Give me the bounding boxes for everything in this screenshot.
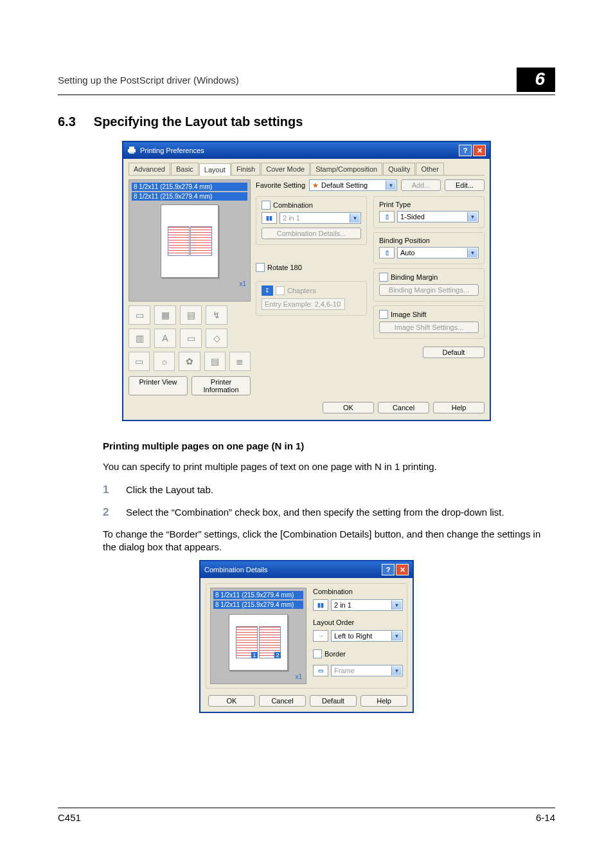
chapters-entry[interactable]: Entry Example: 2,4,6-10	[262, 298, 345, 310]
layout-order-select[interactable]: Left to Right ▼	[331, 630, 403, 642]
cancel-button[interactable]: Cancel	[259, 695, 306, 707]
tab-layout[interactable]: Layout	[199, 163, 231, 176]
preview-size-bottom: 8 1/2x11 (215.9x279.4 mm)	[213, 601, 303, 609]
help-icon[interactable]: ?	[382, 564, 395, 575]
favorite-edit-button[interactable]: Edit...	[445, 179, 484, 191]
chapter-number: 6	[517, 68, 555, 92]
binding-position-select[interactable]: Auto ▼	[397, 247, 479, 258]
print-type-group: Print Type ▯ 1-Sided ▼	[373, 196, 484, 228]
tab-finish[interactable]: Finish	[231, 163, 260, 175]
combination-details-button[interactable]: Combination Details...	[262, 228, 361, 239]
step-text-2: Select the “Combination” check box, and …	[126, 506, 555, 519]
tab-other[interactable]: Other	[416, 163, 444, 175]
chevron-down-icon: ▼	[391, 631, 402, 640]
layout-icon-7[interactable]: ▭	[180, 329, 202, 348]
layout-icon-5[interactable]: ▥	[129, 329, 150, 348]
tab-advanced[interactable]: Advanced	[129, 163, 170, 175]
print-type-value: 1-Sided	[400, 213, 425, 221]
chevron-down-icon: ▼	[391, 601, 402, 610]
binding-margin-settings-button[interactable]: Binding Margin Settings...	[379, 284, 479, 296]
chevron-down-icon: ▼	[350, 213, 360, 222]
combination-label: Combination	[313, 588, 403, 595]
help-icon[interactable]: ?	[459, 145, 472, 156]
favorite-setting-select[interactable]: ★ Default Setting ▼	[309, 179, 397, 191]
combination-select[interactable]: 2 in 1 ▼	[280, 212, 361, 224]
step-text-1: Click the Layout tab.	[126, 484, 555, 496]
help-button[interactable]: Help	[360, 695, 407, 707]
one-sided-icon: ▯	[379, 211, 395, 222]
layout-icon-2[interactable]: ▦	[154, 305, 176, 325]
layout-icon-4[interactable]: ↯	[206, 305, 227, 325]
layout-icon-11[interactable]: ✿	[179, 352, 200, 371]
close-icon[interactable]: ✕	[396, 564, 409, 575]
subsection-title: Printing multiple pages on one page (N i…	[103, 440, 555, 451]
layout-order-value: Left to Right	[334, 632, 372, 640]
dialog-title: Combination Details	[204, 566, 267, 574]
printer-information-button[interactable]: Printer Information	[191, 376, 251, 395]
intro-paragraph: You can specify to print multiple pages …	[103, 460, 555, 473]
combination-details-dialog: Combination Details ? ✕ 8 1/2x11 (215.9x…	[199, 560, 414, 713]
rotate-label: Rotate 180	[267, 264, 302, 271]
footer-page: 6-14	[536, 812, 555, 823]
step-number-2: 2	[103, 506, 113, 519]
combination-label: Combination	[273, 201, 313, 209]
image-shift-settings-button[interactable]: Image Shift Settings...	[379, 321, 479, 333]
dialog-titlebar: Printing Preferences ? ✕	[123, 142, 490, 159]
page-preview: 8 1/2x11 (215.9x279.4 mm) 8 1/2x11 (215.…	[129, 179, 251, 302]
frame-select[interactable]: Frame ▼	[331, 665, 403, 676]
favorite-setting-value: Default Setting	[321, 181, 368, 189]
chapters-checkbox[interactable]	[276, 286, 285, 295]
close-icon[interactable]: ✕	[473, 145, 486, 156]
border-checkbox[interactable]	[313, 649, 322, 658]
chapter-icon: ↧	[262, 285, 273, 296]
tab-basic[interactable]: Basic	[171, 163, 199, 175]
combination-select-value: 2 in 1	[334, 601, 351, 609]
two-in-one-icon: ▮▮	[262, 212, 277, 224]
binding-position-value: Auto	[400, 249, 415, 257]
layout-icon-6[interactable]: A	[154, 329, 176, 348]
layout-icon-8[interactable]: ◇	[206, 329, 227, 348]
favorite-add-button[interactable]: Add...	[401, 179, 441, 191]
chevron-down-icon: ▼	[467, 212, 477, 221]
cancel-button[interactable]: Cancel	[378, 402, 429, 413]
combination-select[interactable]: 2 in 1 ▼	[331, 599, 403, 611]
binding-margin-group: Binding Margin Binding Margin Settings..…	[373, 268, 484, 302]
chevron-down-icon: ▼	[386, 181, 396, 190]
chapters-group: ↧ Chapters Entry Example: 2,4,6-10	[256, 281, 367, 316]
image-shift-checkbox[interactable]	[379, 310, 388, 319]
tab-stamp[interactable]: Stamp/Composition	[310, 163, 382, 175]
ok-button[interactable]: OK	[208, 695, 255, 707]
rotate-checkbox[interactable]	[256, 263, 265, 272]
layout-icon-12[interactable]: ▤	[204, 352, 226, 371]
combination-checkbox[interactable]	[262, 201, 271, 210]
chapters-label: Chapters	[287, 287, 316, 294]
running-head: Setting up the PostScript driver (Window…	[58, 75, 239, 86]
binding-margin-checkbox[interactable]	[379, 273, 388, 282]
default-button[interactable]: Default	[423, 347, 484, 358]
dialog-title: Printing Preferences	[140, 147, 204, 154]
ok-button[interactable]: OK	[323, 402, 374, 413]
printing-preferences-dialog: Printing Preferences ? ✕ Advanced Basic …	[122, 141, 491, 421]
preview-size-bottom: 8 1/2x11 (215.9x279.4 mm)	[132, 192, 247, 201]
image-shift-label: Image Shift	[391, 311, 427, 318]
layout-icon-10[interactable]: ☼	[154, 352, 175, 371]
star-icon: ★	[312, 181, 319, 190]
printer-view-button[interactable]: Printer View	[129, 376, 188, 395]
preview-size-top: 8 1/2x11 (215.9x279.4 mm)	[213, 591, 303, 599]
layout-icon-1[interactable]: ▭	[129, 305, 150, 325]
tab-quality[interactable]: Quality	[383, 163, 415, 175]
layout-icon-3[interactable]: ▤	[180, 305, 202, 325]
preview-size-top: 8 1/2x11 (215.9x279.4 mm)	[132, 183, 247, 191]
dialog-titlebar: Combination Details ? ✕	[200, 561, 413, 578]
preview-zoom: x1	[295, 673, 302, 680]
favorite-setting-label: Favorite Setting	[256, 181, 305, 189]
help-button[interactable]: Help	[433, 402, 484, 413]
print-type-select[interactable]: 1-Sided ▼	[397, 211, 479, 222]
layout-icon-9[interactable]: ▭	[129, 352, 150, 371]
tab-strip: Advanced Basic Layout Finish Cover Mode …	[129, 163, 484, 176]
print-type-label: Print Type	[379, 201, 479, 208]
layout-icon-13[interactable]: ≣	[229, 352, 251, 371]
svg-rect-1	[129, 147, 134, 149]
default-button[interactable]: Default	[310, 695, 357, 707]
tab-cover-mode[interactable]: Cover Mode	[261, 163, 310, 175]
